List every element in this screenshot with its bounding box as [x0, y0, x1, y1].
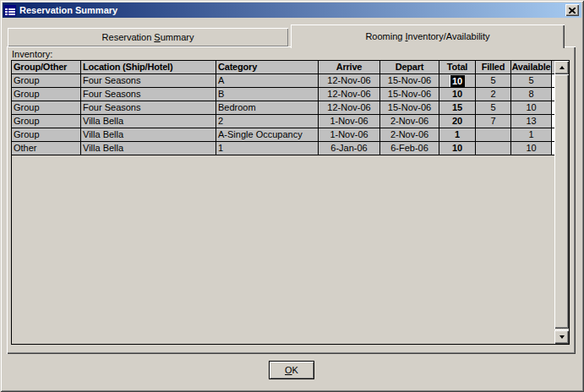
table-cell[interactable]: Four Seasons [81, 88, 216, 101]
scroll-down-icon [559, 335, 565, 339]
column-header-total[interactable]: Total [439, 61, 476, 74]
inventory-grid: Group/Other Location (Ship/Hotel) Catego… [12, 61, 554, 155]
ok-button-label: OK [285, 365, 298, 375]
table-row: Other Villa Bella 1 6-Jan-06 6-Feb-06 10… [12, 142, 554, 155]
close-button[interactable] [565, 4, 579, 16]
table-cell[interactable]: 8 [511, 88, 552, 101]
close-icon [569, 8, 576, 14]
vertical-scrollbar[interactable] [554, 61, 569, 344]
table-cell[interactable]: 13 [511, 115, 552, 128]
table-cell[interactable]: 5 [511, 74, 552, 88]
window-title: Reservation Summary [19, 3, 117, 18]
column-header-depart[interactable]: Depart [380, 61, 439, 74]
table-cell[interactable]: Four Seasons [81, 74, 216, 88]
table-cell[interactable]: 2-Nov-06 [380, 128, 439, 142]
table-cell[interactable]: 7 [476, 115, 511, 128]
table-row: Group Four Seasons Bedroom 12-Nov-06 15-… [12, 101, 554, 115]
reservation-summary-dialog: Reservation Summary Reservation Summary … [0, 0, 584, 392]
column-header-available[interactable]: Available [511, 61, 552, 74]
table-cell[interactable]: Group [12, 115, 81, 128]
scrollbar-thumb[interactable] [554, 74, 569, 329]
table-row: Group Four Seasons B 12-Nov-06 15-Nov-06… [12, 88, 554, 101]
table-cell[interactable]: 15-Nov-06 [380, 101, 439, 115]
table-row: Group Villa Bella 2 1-Nov-06 2-Nov-06 20… [12, 115, 554, 128]
form-icon[interactable] [4, 5, 16, 16]
table-cell[interactable]: 5 [476, 74, 511, 88]
inventory-table: Group/Other Location (Ship/Hotel) Catego… [11, 60, 570, 345]
table-cell[interactable]: 2 [476, 88, 511, 101]
table-cell[interactable]: A-Single Occupancy [216, 128, 319, 142]
table-cell[interactable]: 1 [511, 128, 552, 142]
table-cell[interactable]: Other [12, 142, 81, 155]
table-cell[interactable]: Group [12, 128, 81, 142]
table-cell[interactable]: A [216, 74, 319, 88]
table-cell[interactable]: Group [12, 74, 81, 88]
table-header-row: Group/Other Location (Ship/Hotel) Catego… [12, 61, 554, 74]
inventory-label: Inventory: [12, 49, 52, 59]
column-header-location[interactable]: Location (Ship/Hotel) [81, 61, 216, 74]
table-cell[interactable]: Villa Bella [81, 142, 216, 155]
tab-reservation-summary[interactable]: Reservation Summary [8, 28, 288, 46]
table-cell[interactable]: 1 [216, 142, 319, 155]
tab-label: Reservation Summary [102, 32, 194, 42]
table-cell[interactable]: 10 [511, 101, 552, 115]
column-header-group-other[interactable]: Group/Other [12, 61, 81, 74]
table-cell[interactable]: Four Seasons [81, 101, 216, 115]
table-cell[interactable] [476, 128, 511, 142]
table-cell[interactable]: 6-Jan-06 [319, 142, 380, 155]
table-cell[interactable] [476, 142, 511, 155]
table-cell[interactable]: Villa Bella [81, 128, 216, 142]
table-cell[interactable]: 6-Feb-06 [380, 142, 439, 155]
scroll-down-button[interactable] [554, 330, 569, 344]
table-cell[interactable]: 10 [511, 142, 552, 155]
table-cell[interactable]: 2-Nov-06 [380, 115, 439, 128]
table-cell[interactable]: 15 [439, 101, 476, 115]
table-cell[interactable]: Villa Bella [81, 115, 216, 128]
title-bar[interactable]: Reservation Summary [3, 3, 581, 18]
table-cell[interactable]: 2 [216, 115, 319, 128]
table-row: Group Four Seasons A 12-Nov-06 15-Nov-06… [12, 74, 554, 88]
column-header-category[interactable]: Category [216, 61, 319, 74]
ok-button[interactable]: OK [269, 361, 314, 379]
table-cell[interactable]: 15-Nov-06 [380, 88, 439, 101]
column-header-arrive[interactable]: Arrive [319, 61, 380, 74]
table-cell[interactable]: 5 [476, 101, 511, 115]
table-cell[interactable]: Bedroom [216, 101, 319, 115]
table-cell[interactable]: 20 [439, 115, 476, 128]
table-cell[interactable]: 10 [439, 142, 476, 155]
selected-value: 10 [450, 75, 465, 87]
table-cell-selected[interactable]: 10 [439, 74, 476, 88]
table-cell[interactable]: 12-Nov-06 [319, 88, 380, 101]
tab-page-rooming-inventory: Inventory: Group/Other Location (Ship/Ho… [7, 46, 576, 354]
table-cell[interactable]: 1 [439, 128, 476, 142]
scroll-up-button[interactable] [554, 61, 569, 74]
table-cell[interactable]: 15-Nov-06 [380, 74, 439, 88]
tab-label: Rooming Inventory/Availability [365, 31, 489, 41]
scroll-up-icon [559, 66, 565, 69]
table-cell[interactable]: Group [12, 101, 81, 115]
table-cell[interactable]: 1-Nov-06 [319, 115, 380, 128]
tab-rooming-inventory-availability[interactable]: Rooming Inventory/Availability [291, 24, 565, 48]
table-cell[interactable]: 12-Nov-06 [319, 74, 380, 88]
column-header-filled[interactable]: Filled [476, 61, 511, 74]
table-cell[interactable]: 1-Nov-06 [319, 128, 380, 142]
table-cell[interactable]: Group [12, 88, 81, 101]
table-row: Group Villa Bella A-Single Occupancy 1-N… [12, 128, 554, 142]
table-cell[interactable]: 10 [439, 88, 476, 101]
table-cell[interactable]: B [216, 88, 319, 101]
table-cell[interactable]: 12-Nov-06 [319, 101, 380, 115]
